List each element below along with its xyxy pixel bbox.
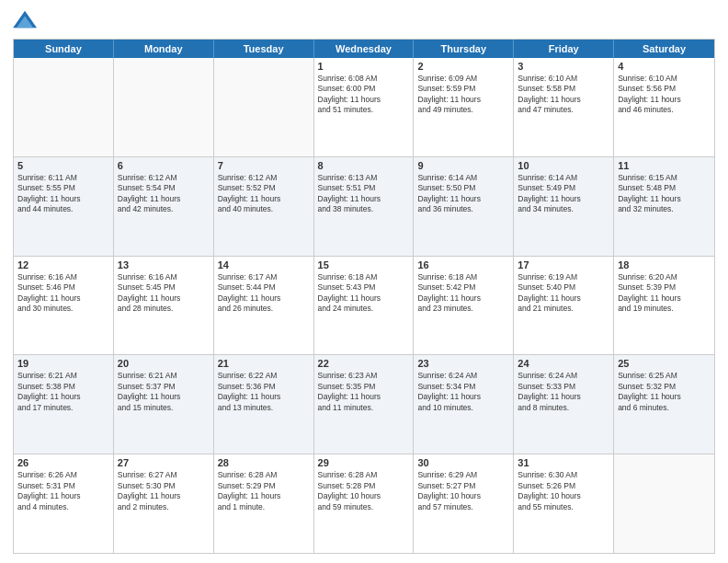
- day-cell-26: 26Sunrise: 6:26 AM Sunset: 5:31 PM Dayli…: [14, 454, 114, 553]
- day-info: Sunrise: 6:13 AM Sunset: 5:51 PM Dayligh…: [318, 173, 410, 215]
- day-cell-19: 19Sunrise: 6:21 AM Sunset: 5:38 PM Dayli…: [14, 355, 114, 454]
- day-info: Sunrise: 6:14 AM Sunset: 5:50 PM Dayligh…: [417, 173, 509, 215]
- logo-icon: [13, 9, 39, 31]
- day-info: Sunrise: 6:16 AM Sunset: 5:46 PM Dayligh…: [17, 272, 109, 315]
- day-cell-22: 22Sunrise: 6:23 AM Sunset: 5:35 PM Dayli…: [314, 355, 415, 454]
- day-cell-17: 17Sunrise: 6:19 AM Sunset: 5:40 PM Dayli…: [514, 257, 614, 355]
- day-info: Sunrise: 6:12 AM Sunset: 5:54 PM Dayligh…: [118, 173, 210, 215]
- day-info: Sunrise: 6:29 AM Sunset: 5:27 PM Dayligh…: [417, 470, 509, 512]
- weekday-header-friday: Friday: [514, 40, 614, 58]
- calendar: SundayMondayTuesdayWednesdayThursdayFrid…: [13, 39, 715, 554]
- day-number: 15: [318, 259, 410, 270]
- weekday-header-saturday: Saturday: [614, 40, 714, 58]
- day-number: 3: [518, 61, 609, 72]
- day-number: 31: [518, 457, 609, 468]
- day-cell-13: 13Sunrise: 6:16 AM Sunset: 5:45 PM Dayli…: [114, 257, 214, 355]
- day-number: 16: [417, 259, 509, 270]
- day-info: Sunrise: 6:22 AM Sunset: 5:36 PM Dayligh…: [218, 371, 310, 413]
- calendar-header: SundayMondayTuesdayWednesdayThursdayFrid…: [14, 40, 714, 58]
- day-number: 5: [17, 160, 109, 171]
- day-info: Sunrise: 6:21 AM Sunset: 5:38 PM Dayligh…: [17, 371, 109, 413]
- day-cell-7: 7Sunrise: 6:12 AM Sunset: 5:52 PM Daylig…: [214, 157, 314, 256]
- day-cell-3: 3Sunrise: 6:10 AM Sunset: 5:58 PM Daylig…: [514, 58, 614, 156]
- day-info: Sunrise: 6:18 AM Sunset: 5:42 PM Dayligh…: [417, 272, 509, 315]
- day-info: Sunrise: 6:30 AM Sunset: 5:26 PM Dayligh…: [518, 470, 609, 512]
- day-number: 29: [318, 457, 410, 468]
- day-number: 11: [618, 160, 711, 171]
- day-info: Sunrise: 6:27 AM Sunset: 5:30 PM Dayligh…: [118, 470, 210, 512]
- day-number: 2: [417, 61, 509, 72]
- day-number: 21: [218, 358, 310, 369]
- day-info: Sunrise: 6:15 AM Sunset: 5:48 PM Dayligh…: [618, 173, 711, 215]
- day-cell-29: 29Sunrise: 6:28 AM Sunset: 5:28 PM Dayli…: [314, 454, 415, 553]
- day-info: Sunrise: 6:28 AM Sunset: 5:28 PM Dayligh…: [318, 470, 410, 512]
- day-number: 4: [618, 61, 711, 72]
- day-cell-6: 6Sunrise: 6:12 AM Sunset: 5:54 PM Daylig…: [114, 157, 214, 256]
- calendar-row-1: 1Sunrise: 6:08 AM Sunset: 6:00 PM Daylig…: [14, 58, 714, 156]
- day-cell-25: 25Sunrise: 6:25 AM Sunset: 5:32 PM Dayli…: [614, 355, 714, 454]
- day-number: 27: [118, 457, 210, 468]
- day-number: 22: [318, 358, 410, 369]
- day-info: Sunrise: 6:21 AM Sunset: 5:37 PM Dayligh…: [118, 371, 210, 413]
- day-number: 6: [118, 160, 210, 171]
- day-cell-21: 21Sunrise: 6:22 AM Sunset: 5:36 PM Dayli…: [214, 355, 314, 454]
- day-cell-12: 12Sunrise: 6:16 AM Sunset: 5:46 PM Dayli…: [14, 257, 114, 355]
- day-info: Sunrise: 6:08 AM Sunset: 6:00 PM Dayligh…: [318, 74, 410, 116]
- day-cell-27: 27Sunrise: 6:27 AM Sunset: 5:30 PM Dayli…: [114, 454, 214, 553]
- day-number: 12: [17, 259, 109, 270]
- day-cell-16: 16Sunrise: 6:18 AM Sunset: 5:42 PM Dayli…: [414, 257, 514, 355]
- day-info: Sunrise: 6:12 AM Sunset: 5:52 PM Dayligh…: [218, 173, 310, 215]
- day-info: Sunrise: 6:16 AM Sunset: 5:45 PM Dayligh…: [118, 272, 210, 315]
- day-info: Sunrise: 6:24 AM Sunset: 5:33 PM Dayligh…: [518, 371, 609, 413]
- day-info: Sunrise: 6:17 AM Sunset: 5:44 PM Dayligh…: [218, 272, 310, 315]
- day-cell-empty-4-6: [614, 454, 714, 553]
- day-number: 19: [17, 358, 109, 369]
- day-number: 26: [17, 457, 109, 468]
- day-cell-28: 28Sunrise: 6:28 AM Sunset: 5:29 PM Dayli…: [214, 454, 314, 553]
- day-cell-30: 30Sunrise: 6:29 AM Sunset: 5:27 PM Dayli…: [414, 454, 514, 553]
- day-cell-20: 20Sunrise: 6:21 AM Sunset: 5:37 PM Dayli…: [114, 355, 214, 454]
- day-cell-24: 24Sunrise: 6:24 AM Sunset: 5:33 PM Dayli…: [514, 355, 614, 454]
- day-number: 24: [518, 358, 609, 369]
- day-cell-18: 18Sunrise: 6:20 AM Sunset: 5:39 PM Dayli…: [614, 257, 714, 355]
- day-info: Sunrise: 6:24 AM Sunset: 5:34 PM Dayligh…: [417, 371, 509, 413]
- day-number: 20: [118, 358, 210, 369]
- day-number: 28: [218, 457, 310, 468]
- day-cell-empty-0-0: [14, 58, 114, 156]
- day-number: 25: [618, 358, 711, 369]
- day-info: Sunrise: 6:26 AM Sunset: 5:31 PM Dayligh…: [17, 470, 109, 512]
- day-cell-8: 8Sunrise: 6:13 AM Sunset: 5:51 PM Daylig…: [314, 157, 415, 256]
- day-info: Sunrise: 6:14 AM Sunset: 5:49 PM Dayligh…: [518, 173, 609, 215]
- day-info: Sunrise: 6:19 AM Sunset: 5:40 PM Dayligh…: [518, 272, 609, 315]
- header: [13, 9, 715, 31]
- calendar-row-2: 5Sunrise: 6:11 AM Sunset: 5:55 PM Daylig…: [14, 156, 714, 256]
- day-info: Sunrise: 6:25 AM Sunset: 5:32 PM Dayligh…: [618, 371, 711, 413]
- weekday-header-wednesday: Wednesday: [314, 40, 415, 58]
- day-cell-15: 15Sunrise: 6:18 AM Sunset: 5:43 PM Dayli…: [314, 257, 415, 355]
- day-cell-4: 4Sunrise: 6:10 AM Sunset: 5:56 PM Daylig…: [614, 58, 714, 156]
- day-info: Sunrise: 6:11 AM Sunset: 5:55 PM Dayligh…: [17, 173, 109, 215]
- day-info: Sunrise: 6:28 AM Sunset: 5:29 PM Dayligh…: [218, 470, 310, 512]
- day-number: 23: [417, 358, 509, 369]
- day-cell-9: 9Sunrise: 6:14 AM Sunset: 5:50 PM Daylig…: [414, 157, 514, 256]
- day-cell-23: 23Sunrise: 6:24 AM Sunset: 5:34 PM Dayli…: [414, 355, 514, 454]
- day-number: 17: [518, 259, 609, 270]
- day-cell-11: 11Sunrise: 6:15 AM Sunset: 5:48 PM Dayli…: [614, 157, 714, 256]
- day-cell-2: 2Sunrise: 6:09 AM Sunset: 5:59 PM Daylig…: [414, 58, 514, 156]
- day-info: Sunrise: 6:20 AM Sunset: 5:39 PM Dayligh…: [618, 272, 711, 315]
- day-info: Sunrise: 6:10 AM Sunset: 5:56 PM Dayligh…: [618, 74, 711, 116]
- day-info: Sunrise: 6:10 AM Sunset: 5:58 PM Dayligh…: [518, 74, 609, 116]
- page: SundayMondayTuesdayWednesdayThursdayFrid…: [0, 0, 728, 563]
- day-cell-empty-0-2: [214, 58, 314, 156]
- calendar-row-3: 12Sunrise: 6:16 AM Sunset: 5:46 PM Dayli…: [14, 256, 714, 355]
- day-info: Sunrise: 6:18 AM Sunset: 5:43 PM Dayligh…: [318, 272, 410, 315]
- day-cell-empty-0-1: [114, 58, 214, 156]
- day-number: 13: [118, 259, 210, 270]
- day-info: Sunrise: 6:09 AM Sunset: 5:59 PM Dayligh…: [417, 74, 509, 116]
- day-number: 30: [417, 457, 509, 468]
- day-cell-14: 14Sunrise: 6:17 AM Sunset: 5:44 PM Dayli…: [214, 257, 314, 355]
- day-number: 18: [618, 259, 711, 270]
- weekday-header-tuesday: Tuesday: [214, 40, 314, 58]
- logo: [13, 9, 42, 31]
- day-info: Sunrise: 6:23 AM Sunset: 5:35 PM Dayligh…: [318, 371, 410, 413]
